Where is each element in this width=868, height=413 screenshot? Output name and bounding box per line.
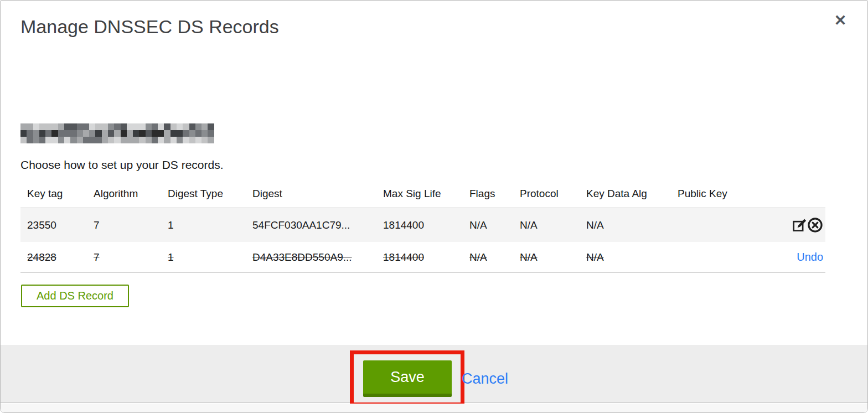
close-icon[interactable]: ✕ <box>830 11 850 30</box>
cell-key-tag: 23550 <box>20 208 87 242</box>
cell-algorithm: 7 <box>87 242 161 273</box>
cell-public-key <box>671 208 754 242</box>
table-header-row: Key tag Algorithm Digest Type Digest Max… <box>20 181 825 208</box>
remove-icon[interactable] <box>807 217 823 233</box>
cell-protocol: N/A <box>513 208 580 242</box>
cell-key-data-alg: N/A <box>580 242 671 273</box>
cell-digest-type: 1 <box>161 208 246 242</box>
col-header-flags: Flags <box>463 181 513 208</box>
ds-records-table: Key tag Algorithm Digest Type Digest Max… <box>20 181 825 273</box>
cell-algorithm: 7 <box>87 208 161 242</box>
col-header-protocol: Protocol <box>513 181 580 208</box>
redacted-domain-name <box>20 123 214 143</box>
add-ds-record-button[interactable]: Add DS Record <box>21 285 129 307</box>
col-header-public-key: Public Key <box>671 181 754 208</box>
save-button[interactable]: Save <box>363 360 452 397</box>
table-row-deleted: 24828 7 1 D4A33E8DD550A9... 1814400 N/A … <box>20 242 825 273</box>
page-title: Manage DNSSEC DS Records <box>20 16 279 38</box>
col-header-algorithm: Algorithm <box>87 181 161 208</box>
page-background-strip <box>1 404 867 413</box>
instruction-text: Choose how to set up your DS records. <box>20 158 224 172</box>
cell-flags: N/A <box>463 242 513 273</box>
col-header-max-sig-life: Max Sig Life <box>376 181 463 208</box>
edit-icon[interactable] <box>792 218 807 233</box>
cell-protocol: N/A <box>513 242 580 273</box>
cell-public-key <box>671 242 754 273</box>
col-header-key-tag: Key tag <box>20 181 87 208</box>
table-row: 23550 7 1 54FCF030AA1C79... 1814400 N/A … <box>20 208 825 242</box>
cell-key-data-alg: N/A <box>580 208 671 242</box>
cell-key-tag: 24828 <box>20 242 87 273</box>
col-header-digest-type: Digest Type <box>161 181 246 208</box>
modal-footer: Save Cancel <box>1 345 867 403</box>
undo-link[interactable]: Undo <box>797 251 823 263</box>
cell-digest-type: 1 <box>161 242 246 273</box>
col-header-digest: Digest <box>246 181 376 208</box>
cell-flags: N/A <box>463 208 513 242</box>
cell-digest: D4A33E8DD550A9... <box>246 242 376 273</box>
cell-digest: 54FCF030AA1C79... <box>246 208 376 242</box>
cell-max-sig-life: 1814400 <box>376 242 463 273</box>
cell-max-sig-life: 1814400 <box>376 208 463 242</box>
dnssec-modal: Manage DNSSEC DS Records ✕ Choose how to… <box>0 0 868 413</box>
cancel-link[interactable]: Cancel <box>462 370 508 388</box>
col-header-key-data-alg: Key Data Alg <box>580 181 671 208</box>
